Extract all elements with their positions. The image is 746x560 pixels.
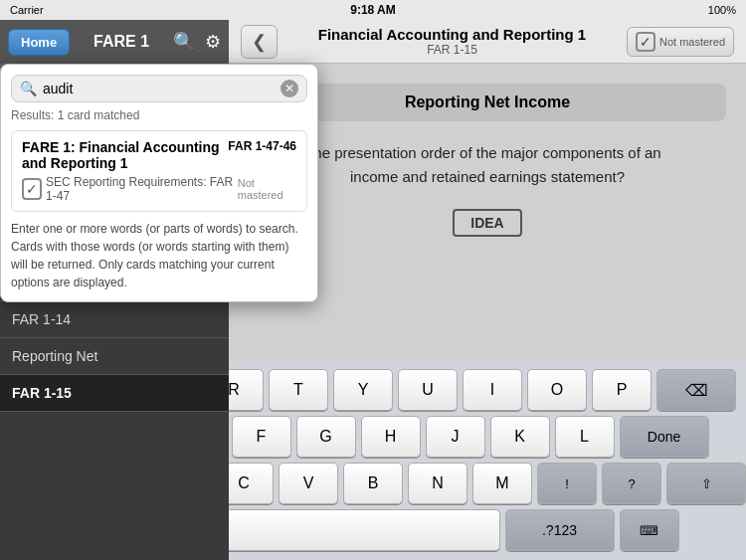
done-key[interactable]: Done: [620, 416, 709, 458]
sidebar-item-far-1-14[interactable]: FAR 1-14: [0, 301, 229, 338]
key-v[interactable]: V: [279, 463, 338, 504]
key-y[interactable]: Y: [333, 369, 393, 411]
search-results-count: Results: 1 card matched: [11, 108, 307, 122]
key-u[interactable]: U: [398, 369, 458, 411]
status-bar: Carrier 9:18 AM 100%: [0, 0, 746, 20]
not-mastered-button[interactable]: ✓ Not mastered: [627, 27, 734, 57]
prev-card-button[interactable]: ❮: [241, 25, 278, 59]
key-f[interactable]: F: [232, 416, 291, 458]
main-title: Financial Accounting and Reporting 1: [278, 26, 627, 43]
key-h[interactable]: H: [361, 416, 421, 458]
key-j[interactable]: J: [426, 416, 485, 458]
main-header-center: Financial Accounting and Reporting 1 FAR…: [278, 26, 627, 57]
search-input-row: 🔍 ✕: [11, 75, 307, 102]
key-n[interactable]: N: [408, 463, 467, 504]
key-k[interactable]: K: [490, 416, 550, 458]
search-dropdown: 🔍 ✕ Results: 1 card matched FARE 1: Fina…: [0, 64, 318, 302]
card-question: he presentation order of the major compo…: [288, 141, 686, 189]
key-g[interactable]: G: [296, 416, 356, 458]
search-result-title: FARE 1: Financial Accounting and Reporti…: [22, 139, 220, 171]
search-result-subtitle: ✓ SEC Reporting Requirements: FAR 1-47: [22, 175, 238, 203]
sidebar-icons: 🔍 ⚙: [173, 31, 221, 53]
sidebar: Home FARE 1 🔍 ⚙ Not mastered 0/1 FAR 1-8…: [0, 20, 229, 560]
key-t[interactable]: T: [269, 369, 328, 411]
search-clear-button[interactable]: ✕: [280, 80, 298, 97]
space-key[interactable]: [182, 509, 500, 551]
gear-icon[interactable]: ⚙: [205, 31, 221, 53]
main-subtitle: FAR 1-15: [278, 43, 627, 57]
key-l[interactable]: L: [555, 416, 615, 458]
idea-badge: IDEA: [453, 209, 521, 237]
key-p[interactable]: P: [592, 369, 652, 411]
exclaim-key[interactable]: !: [537, 463, 597, 504]
search-input[interactable]: [43, 81, 280, 96]
search-icon[interactable]: 🔍: [173, 31, 195, 53]
card-topic: Reporting Net Income: [249, 84, 726, 121]
key-b[interactable]: B: [343, 463, 403, 504]
sidebar-title: FARE 1: [70, 33, 173, 51]
battery-label: 100%: [708, 4, 736, 16]
search-magnifier-icon: 🔍: [20, 81, 37, 96]
not-mastered-button-label: Not mastered: [659, 36, 725, 48]
search-hint: Enter one or more words (or parts of wor…: [11, 220, 307, 291]
shift-key-right[interactable]: ⇧: [666, 463, 746, 504]
key-m[interactable]: M: [472, 463, 532, 504]
numpad-key-right[interactable]: .?123: [505, 509, 615, 551]
search-result-top: FARE 1: Financial Accounting and Reporti…: [22, 139, 296, 171]
keyboard-icon-key[interactable]: ⌨: [620, 509, 679, 551]
question-key[interactable]: ?: [602, 463, 661, 504]
home-button[interactable]: Home: [8, 29, 70, 56]
key-i[interactable]: I: [463, 369, 522, 411]
check-icon: ✓: [22, 178, 42, 200]
search-result-not-mastered: Not mastered: [238, 177, 296, 201]
sidebar-item-reporting-net[interactable]: Reporting Net: [0, 338, 229, 375]
sidebar-item-far-1-15[interactable]: FAR 1-15: [0, 375, 229, 412]
search-result-code: FAR 1-47-46: [228, 139, 296, 153]
key-o[interactable]: O: [527, 369, 587, 411]
main-header: ❮ Financial Accounting and Reporting 1 F…: [229, 20, 746, 64]
time-label: 9:18 AM: [350, 3, 396, 17]
backspace-key[interactable]: ⌫: [656, 369, 736, 411]
carrier-label: Carrier: [10, 4, 44, 16]
search-result-sub: ✓ SEC Reporting Requirements: FAR 1-47 N…: [22, 175, 296, 203]
search-result-card[interactable]: FARE 1: Financial Accounting and Reporti…: [11, 130, 307, 212]
check-box-icon: ✓: [636, 32, 655, 52]
sidebar-header: Home FARE 1 🔍 ⚙: [0, 20, 229, 64]
